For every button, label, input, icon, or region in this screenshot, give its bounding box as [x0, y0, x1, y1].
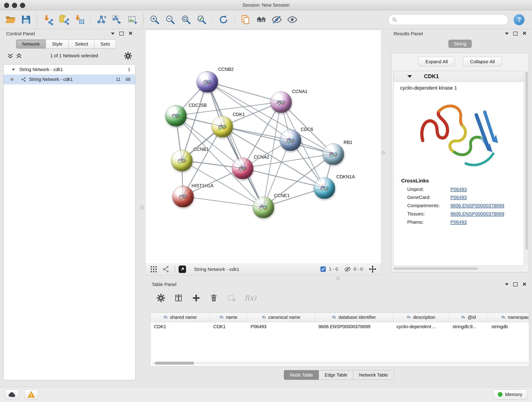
memory-button[interactable]: Memory — [493, 389, 527, 400]
column-header-canonical-name[interactable]: canonical name — [247, 313, 315, 322]
uniprot-link[interactable]: P06493 — [450, 186, 467, 192]
gear-icon[interactable] — [124, 52, 132, 60]
network-node-cdkn1a[interactable] — [314, 177, 335, 199]
column-header-name[interactable]: name — [210, 313, 247, 322]
zoom-fit-button[interactable] — [178, 12, 194, 27]
zoom-out-button[interactable] — [162, 12, 178, 27]
network-node-ccnb1[interactable] — [171, 150, 193, 172]
expand-all-icon[interactable] — [16, 52, 22, 59]
tab-style[interactable]: Style — [46, 39, 69, 49]
hide-selection-button[interactable] — [269, 12, 285, 27]
network-overview-icon[interactable] — [162, 265, 170, 274]
import-network-database-button[interactable] — [56, 12, 71, 27]
show-columns-icon[interactable] — [174, 294, 183, 303]
network-collection-row[interactable]: String Network - cdk1 1 — [4, 65, 135, 75]
right-splitter-handle[interactable] — [381, 151, 385, 154]
disclosure-triangle-icon[interactable] — [12, 68, 15, 71]
import-network-file-button[interactable] — [40, 12, 56, 27]
network-node-ccnb2[interactable] — [196, 71, 218, 93]
string-tab[interactable]: String — [448, 40, 472, 48]
compartments-link[interactable]: 9606.ENSP00000378699 — [450, 203, 504, 208]
open-in-window-icon[interactable] — [178, 265, 186, 274]
panel-close-icon[interactable]: ✕ — [128, 31, 133, 36]
panel-menu-icon[interactable] — [505, 32, 509, 35]
tab-select[interactable]: Select — [69, 39, 94, 49]
network-node-hist1h1a[interactable] — [172, 186, 194, 207]
search-input[interactable] — [399, 17, 505, 22]
genecard-link[interactable]: P06493 — [450, 195, 467, 200]
network-from-selection-button[interactable] — [109, 12, 125, 27]
panel-float-icon[interactable] — [513, 282, 518, 286]
network-node-ccna2[interactable] — [232, 158, 253, 179]
gene-name: CDK1 — [424, 73, 439, 80]
panel-close-icon[interactable]: ✕ — [522, 31, 527, 36]
network-canvas[interactable]: CCNB2CCNA1CDC25BCDK1CDC6RB1CCNB1CCNA2CDK… — [145, 30, 381, 263]
home-layout-button[interactable] — [253, 12, 269, 27]
refresh-button[interactable] — [216, 12, 231, 27]
tab-network[interactable]: Network — [16, 39, 46, 49]
network-node-ccna1[interactable] — [270, 91, 292, 113]
left-splitter-handle[interactable] — [140, 206, 144, 209]
results-horizontal-scrollbar[interactable] — [393, 267, 523, 270]
tab-network-table[interactable]: Network Table — [353, 370, 394, 380]
warnings-button[interactable] — [24, 389, 38, 400]
panel-float-icon[interactable] — [513, 32, 518, 36]
window-minimize-button[interactable] — [12, 3, 17, 8]
tab-edge-table[interactable]: Edge Table — [319, 370, 354, 380]
collapse-triangle-icon[interactable] — [407, 75, 412, 78]
export-image-button[interactable] — [125, 12, 140, 27]
scrollbar-thumb[interactable] — [155, 362, 194, 365]
zoom-in-button[interactable] — [147, 12, 162, 27]
expand-all-button[interactable]: Expand All — [418, 57, 455, 66]
table-horizontal-scrollbar[interactable] — [152, 362, 529, 365]
results-vertical-scrollbar[interactable] — [525, 71, 528, 265]
fit-content-crosshair-icon[interactable] — [369, 265, 376, 273]
save-session-button[interactable] — [18, 12, 34, 27]
zoom-selected-button[interactable] — [194, 12, 209, 27]
network-edge-ccnb2-ccna1[interactable] — [207, 82, 281, 102]
column-header-shared-name[interactable]: shared name — [151, 313, 210, 322]
clone-network-button[interactable] — [238, 12, 253, 27]
network-edge-ccnb2-ccne1[interactable] — [207, 82, 263, 207]
window-close-button[interactable] — [4, 3, 9, 8]
column-header-at-id[interactable]: @id — [449, 313, 488, 322]
hidden-eye-slash-icon[interactable] — [344, 266, 351, 273]
network-node-rb1[interactable] — [323, 143, 344, 165]
panel-menu-icon[interactable] — [111, 32, 114, 35]
network-node-cdk1[interactable] — [212, 116, 233, 138]
show-all-button[interactable] — [285, 12, 300, 27]
help-button[interactable]: ? — [514, 14, 525, 25]
import-table-button[interactable] — [71, 12, 87, 27]
copy-document-icon — [240, 14, 251, 25]
delete-column-icon[interactable] — [209, 294, 218, 303]
pharos-link[interactable]: P06493 — [450, 219, 467, 225]
network-node-cdc6[interactable] — [280, 129, 301, 151]
network-edge-cdk1-rb1[interactable] — [222, 127, 333, 154]
network-node-cdc25b[interactable] — [165, 105, 187, 127]
column-header-database-identifier[interactable]: database identifier — [315, 313, 393, 322]
collapse-all-icon[interactable] — [7, 52, 14, 59]
new-network-button[interactable] — [94, 12, 109, 27]
panel-menu-icon[interactable] — [505, 283, 509, 286]
tab-sets[interactable]: Sets — [94, 39, 116, 49]
panel-close-icon[interactable]: ✕ — [522, 282, 527, 287]
open-session-button[interactable] — [3, 12, 18, 27]
add-column-icon[interactable] — [192, 294, 201, 303]
collapse-all-button[interactable]: Collapse All — [463, 57, 502, 66]
tissues-link[interactable]: 9606.ENSP00000378699 — [450, 211, 504, 217]
bottom-splitter-handle[interactable] — [336, 277, 340, 280]
network-row-selected[interactable]: String Network - cdk1 11 48 — [4, 75, 135, 84]
birds-eye-grid-icon[interactable] — [150, 265, 158, 274]
panel-float-icon[interactable] — [119, 32, 124, 36]
tab-node-table[interactable]: Node Table — [284, 370, 319, 380]
window-title: Session: New Session — [0, 2, 532, 8]
network-edge-hist1h1a-ccne1[interactable] — [183, 196, 263, 207]
window-zoom-button[interactable] — [20, 3, 25, 8]
network-node-ccne1[interactable] — [253, 197, 274, 218]
table-row[interactable]: CDK1 CDK1 P06493 9606.ENSP00000378699 cy… — [151, 322, 529, 332]
column-header-description[interactable]: description — [393, 313, 449, 322]
cloud-status-button[interactable] — [5, 389, 19, 400]
column-header-namespace[interactable]: namespac — [488, 313, 529, 322]
selected-checkbox-icon[interactable] — [320, 266, 326, 272]
table-settings-gear-icon[interactable] — [157, 294, 165, 303]
